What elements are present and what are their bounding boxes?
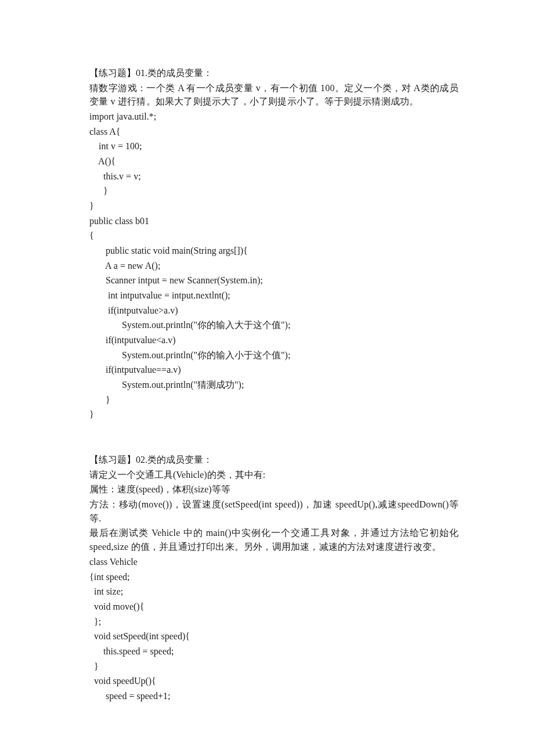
code-line: System.out.println("你的输入大于这个值"); (89, 318, 459, 332)
code-line: class Vehicle (89, 555, 459, 569)
code-line: } (89, 393, 459, 407)
code-line: class A{ (89, 125, 459, 139)
code-line: public class b01 (89, 214, 459, 228)
code-line: A a = new A(); (89, 259, 459, 273)
code-line: int v = 100; (89, 139, 459, 153)
code-line: { (89, 229, 459, 243)
code-line: if(intputvalue<a.v) (89, 333, 459, 347)
code-line: speed = speed+1; (89, 689, 459, 703)
code-line: } (89, 660, 459, 674)
code-line: void setSpeed(int speed){ (89, 629, 459, 643)
code-line: Scanner intput = new Scanner(System.in); (89, 273, 459, 287)
code-line: } (89, 199, 459, 213)
code-line: 属性：速度(speed)，体积(size)等等 (89, 483, 459, 496)
code-line: System.out.println("猜测成功"); (89, 378, 459, 392)
code-line: } (89, 408, 459, 422)
code-line: A(){ (89, 154, 459, 168)
code-line: if(intputvalue==a.v) (89, 363, 459, 377)
code-line: if(intputvalue>a.v) (89, 304, 459, 318)
code-line: 【练习题】02.类的成员变量： (89, 453, 459, 467)
code-line: int size; (89, 585, 459, 599)
code-line: 猜数字游戏：一个类 A 有一个成员变量 v，有一个初值 100。定义一个类，对 … (89, 81, 459, 109)
code-line: {int speed; (89, 570, 459, 584)
code-line: int intputvalue = intput.nextlnt(); (89, 289, 459, 303)
code-line: }; (89, 615, 459, 629)
code-line: 方法：移动(move())，设置速度(setSpeed(int speed))，… (89, 498, 459, 525)
code-line: System.out.println("你的输入小于这个值"); (89, 348, 459, 362)
code-line: void speedUp(){ (89, 674, 459, 688)
code-line: 【练习题】01.类的成员变量： (89, 66, 459, 80)
code-line: import java.util.*; (89, 110, 459, 124)
code-line: 请定义一个交通工具(Vehicle)的类，其中有: (89, 468, 459, 482)
code-line: } (89, 184, 459, 198)
code-line: void move(){ (89, 600, 459, 614)
code-line: this.v = v; (89, 170, 459, 183)
code-line: public static void main(String args[]){ (89, 244, 459, 258)
code-line: this.speed = speed; (89, 645, 459, 658)
code-line: 最后在测试类 Vehicle 中的 main()中实例化一个交通工具对象，并通过… (89, 526, 459, 553)
